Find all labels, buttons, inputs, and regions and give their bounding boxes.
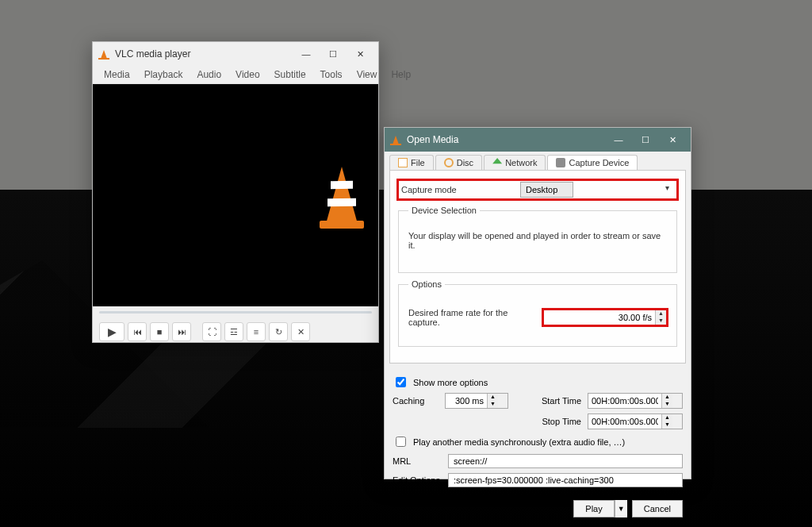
menu-audio[interactable]: Audio [190,66,228,83]
menu-playback[interactable]: Playback [138,66,190,83]
show-more-options-checkbox[interactable] [396,377,406,387]
vlc-cone-icon [98,48,110,60]
main-window-title: VLC media player [115,48,190,60]
file-icon [398,158,408,167]
spin-down-icon[interactable]: ▼ [655,317,666,325]
menu-subtitle[interactable]: Subtitle [268,66,312,83]
tab-capture-device[interactable]: Capture Device [547,155,638,170]
spin-up-icon[interactable]: ▲ [655,310,666,317]
spin-down-icon[interactable]: ▼ [661,421,672,429]
cancel-button[interactable]: Cancel [632,500,683,517]
spin-up-icon[interactable]: ▲ [661,414,672,421]
tab-file[interactable]: File [389,155,434,170]
mrl-label: MRL [393,456,440,466]
caching-input[interactable] [446,394,487,408]
stop-time-spinner[interactable]: ▲▼ [588,414,683,429]
show-more-options-label: Show more options [413,378,488,387]
spin-down-icon[interactable]: ▼ [661,401,672,408]
dialog-title: Open Media [407,134,458,145]
shuffle-button[interactable]: ✕ [291,322,310,341]
start-time-spinner[interactable]: ▲▼ [588,393,683,409]
capture-mode-select[interactable]: Desktop [520,182,573,198]
framerate-label: Desired frame rate for the capture. [408,308,527,327]
spin-down-icon[interactable]: ▼ [487,401,498,408]
loop-button[interactable]: ↻ [269,322,288,341]
play-sync-checkbox[interactable] [396,437,406,447]
dialog-buttons: Play ▼ Cancel [385,495,691,525]
start-time-input[interactable] [588,394,661,408]
network-icon [492,158,502,167]
spin-up-icon[interactable]: ▲ [661,394,672,401]
dialog-titlebar[interactable]: Open Media — ☐ ✕ [385,128,691,152]
dialog-close-button[interactable]: ✕ [659,129,686,151]
extended-settings-button[interactable]: ☲ [224,322,243,341]
seek-bar[interactable] [93,306,378,317]
close-button[interactable]: ✕ [347,43,373,65]
capture-icon [556,158,565,167]
options-legend: Options [408,279,445,289]
framerate-input[interactable] [544,310,655,325]
tab-network[interactable]: Network [484,155,546,170]
tab-disc[interactable]: Disc [435,155,482,170]
play-dropdown-button[interactable]: ▼ [615,500,627,517]
capture-mode-label: Capture mode [401,185,520,194]
options-fieldset: Options Desired frame rate for the captu… [398,279,677,347]
device-selection-fieldset: Device Selection Your display will be op… [398,206,677,273]
play-sync-label: Play another media synchronously (extra … [413,437,625,447]
maximize-button[interactable]: ☐ [320,43,347,65]
play-button[interactable]: ▶ [99,322,124,341]
prev-button[interactable]: ⏮ [128,322,147,341]
video-area [93,84,378,306]
mrl-input[interactable] [448,454,683,468]
start-time-label: Start Time [535,396,581,406]
main-menubar: Media Playback Audio Video Subtitle Tool… [93,66,378,84]
minimize-button[interactable]: — [293,43,320,65]
stop-time-label: Stop Time [535,417,581,426]
edit-options-label: Edit Options [393,475,440,485]
playback-controls: ▶ ⏮ ■ ⏭ ⛶ ☲ ≡ ↻ ✕ [93,317,378,349]
tabs: File Disc Network Capture Device [385,152,691,170]
dialog-minimize-button[interactable]: — [605,129,632,151]
capture-mode-row: Capture mode Desktop [398,180,677,199]
more-options-area: Show more options Caching ▲▼ Start Time … [385,368,691,495]
edit-options-input[interactable] [448,473,683,487]
stop-button[interactable]: ■ [150,322,169,341]
menu-tools[interactable]: Tools [314,66,349,83]
vlc-main-window: VLC media player — ☐ ✕ Media Playback Au… [92,41,379,343]
menu-view[interactable]: View [350,66,384,83]
play-button[interactable]: Play [573,500,614,517]
main-titlebar[interactable]: VLC media player — ☐ ✕ [93,42,378,66]
disc-icon [444,158,454,167]
caching-spinner[interactable]: ▲▼ [445,393,508,409]
caching-label: Caching [393,396,439,406]
playlist-button[interactable]: ≡ [247,322,266,341]
spin-up-icon[interactable]: ▲ [487,394,498,401]
vlc-cone-logo [315,157,369,233]
menu-video[interactable]: Video [229,66,266,83]
stop-time-input[interactable] [588,414,661,429]
capture-tab-body: Capture mode Desktop Device Selection Yo… [389,170,686,364]
fullscreen-button[interactable]: ⛶ [202,322,221,341]
menu-help[interactable]: Help [385,66,417,83]
device-selection-hint: Your display will be opened and played i… [408,223,667,264]
open-media-dialog: Open Media — ☐ ✕ File Disc Network Captu… [384,127,691,479]
dialog-maximize-button[interactable]: ☐ [632,129,659,151]
menu-media[interactable]: Media [98,66,136,83]
next-button[interactable]: ⏭ [172,322,191,341]
device-selection-legend: Device Selection [408,206,480,215]
vlc-cone-icon [389,133,402,146]
framerate-spinner[interactable]: ▲▼ [543,310,667,325]
